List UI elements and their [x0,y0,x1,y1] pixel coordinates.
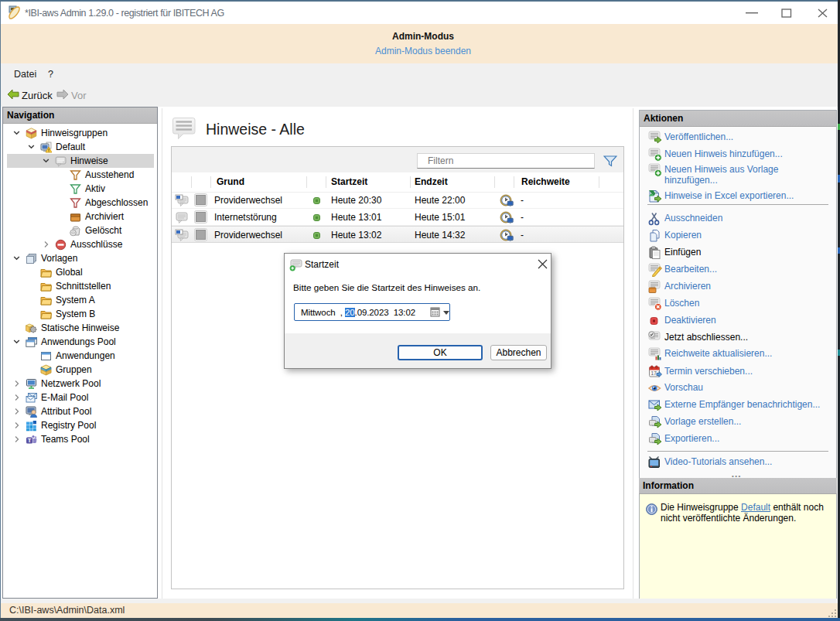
svg-text:17: 17 [651,370,657,376]
svg-text:T: T [28,437,32,444]
